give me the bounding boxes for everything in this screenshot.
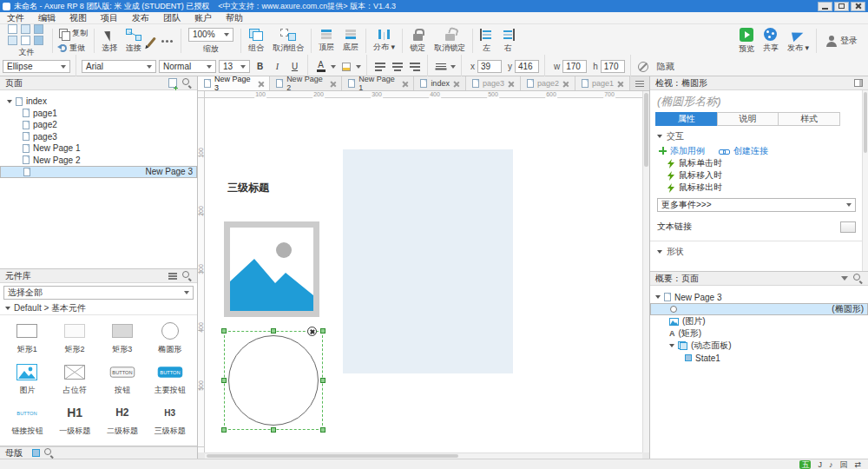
widget-button[interactable]: BUTTON 按钮 xyxy=(99,358,147,399)
outline-item-image[interactable]: (图片) xyxy=(650,315,868,327)
widget-primary-button[interactable]: BUTTON 主要按钮 xyxy=(146,358,194,399)
hide-toggle[interactable] xyxy=(636,60,651,74)
search-icon[interactable] xyxy=(853,274,863,283)
unlock-button[interactable]: 取消锁定 xyxy=(430,25,470,56)
ime-fullwidth-icon[interactable]: 回 xyxy=(839,460,847,469)
widget-cropped[interactable] xyxy=(51,439,99,446)
widget-rect1[interactable]: 矩形1 xyxy=(3,317,51,358)
italic-button[interactable]: I xyxy=(270,60,285,74)
widget-badge-icon[interactable] xyxy=(307,327,317,336)
tab-new-page-3[interactable]: New Page 3 xyxy=(198,76,270,90)
menu-edit[interactable]: 编辑 xyxy=(31,12,62,24)
tab-new-page-2[interactable]: New Page 2 xyxy=(270,76,342,90)
text-link-button[interactable] xyxy=(840,221,856,233)
menu-view[interactable]: 视图 xyxy=(62,12,94,24)
collapse-caret-icon[interactable] xyxy=(655,295,661,299)
menu-help[interactable]: 帮助 xyxy=(219,12,250,24)
selection-handle[interactable] xyxy=(320,427,326,433)
widget-rect2[interactable]: 矩形2 xyxy=(51,317,99,358)
lock-button[interactable]: 锁定 xyxy=(405,25,430,56)
widget-link-button[interactable]: BUTTON 链接按钮 xyxy=(3,399,51,439)
align-text-center-button[interactable] xyxy=(390,60,404,74)
widget-rect3[interactable]: 矩形3 xyxy=(99,317,147,358)
canvas-heading-widget[interactable]: 三级标题 xyxy=(227,181,269,195)
widget-h2[interactable]: H2 二级标题 xyxy=(99,399,147,439)
outline-item-ellipse[interactable]: (椭圆形) xyxy=(650,303,868,315)
widget-placeholder[interactable]: 占位符 xyxy=(51,358,99,399)
inspector-scrollbar[interactable] xyxy=(862,90,868,271)
panel-layout-icon[interactable] xyxy=(854,79,863,87)
preview-button[interactable]: 预览 xyxy=(734,25,759,56)
bring-to-front-button[interactable]: 顶层 xyxy=(314,25,339,56)
page-tree-item-page3[interactable]: page3 xyxy=(0,131,197,143)
minimize-button[interactable] xyxy=(818,2,832,11)
outline-item-new-page-3[interactable]: New Page 3 xyxy=(650,291,868,303)
tab-page1[interactable]: page1 xyxy=(575,76,630,90)
tab-index[interactable]: index xyxy=(414,76,466,90)
shape-style-select[interactable]: Ellipse xyxy=(3,60,70,73)
selection-handle[interactable] xyxy=(320,378,326,383)
scrollbar-thumb[interactable] xyxy=(207,454,458,458)
line-width-button[interactable] xyxy=(433,60,448,74)
ime-sound-icon[interactable]: ♪ xyxy=(829,460,833,469)
masters-panel-header[interactable]: 母版 xyxy=(0,446,197,459)
selection-handle[interactable] xyxy=(221,328,227,334)
publish-button[interactable]: 发布 ▾ xyxy=(783,25,813,56)
login-button[interactable]: 登录 xyxy=(819,35,865,47)
page-tree-item-new-page-3[interactable]: New Page 3 xyxy=(0,166,197,178)
menu-project[interactable]: 项目 xyxy=(94,12,125,24)
select-mode-button[interactable]: 选择 xyxy=(97,25,122,56)
menu-team[interactable]: 团队 xyxy=(156,12,187,24)
tab-style[interactable]: 样式 xyxy=(778,112,840,126)
page-tree-item-new-page-2[interactable]: New Page 2 xyxy=(0,155,197,167)
list-view-icon[interactable] xyxy=(168,272,177,280)
menu-publish[interactable]: 发布 xyxy=(125,12,156,24)
scrollbar-thumb[interactable] xyxy=(864,92,867,153)
selection-handle[interactable] xyxy=(320,328,326,334)
page-tree-item-index[interactable]: index xyxy=(0,96,197,108)
menu-file[interactable]: 文件 xyxy=(0,12,31,24)
tab-new-page-1[interactable]: New Page 1 xyxy=(342,76,414,90)
ime-switch-icon[interactable]: ⇄ xyxy=(854,460,861,469)
widget-h3[interactable]: H3 三级标题 xyxy=(146,399,194,439)
shape-section-header[interactable]: 形状 xyxy=(650,245,868,258)
add-master-icon[interactable] xyxy=(32,449,40,457)
canvas-dynamic-panel[interactable] xyxy=(343,149,513,373)
ungroup-button[interactable]: 取消组合 xyxy=(268,25,308,56)
redo-button[interactable]: 重做 xyxy=(56,42,91,55)
underline-button[interactable]: U xyxy=(287,60,302,74)
close-tab-icon[interactable] xyxy=(562,81,569,87)
interaction-section-header[interactable]: 交互 xyxy=(650,129,868,142)
tab-page2[interactable]: page2 xyxy=(521,76,575,90)
menu-account[interactable]: 账户 xyxy=(187,12,219,24)
widget-cropped[interactable] xyxy=(146,439,194,446)
add-case-link[interactable]: 添加用例 xyxy=(659,145,705,157)
create-link-link[interactable]: 创建连接 xyxy=(719,145,768,157)
align-right-button[interactable]: 右 xyxy=(497,25,519,56)
font-color-button[interactable]: A xyxy=(313,60,328,74)
widget-image[interactable]: 图片 xyxy=(3,358,51,399)
pen-tool-button[interactable] xyxy=(146,25,157,56)
widget-cropped[interactable] xyxy=(99,439,147,446)
tab-properties[interactable]: 属性 xyxy=(655,112,718,126)
copy-button[interactable]: 复制 xyxy=(56,27,91,40)
tab-list-button[interactable] xyxy=(630,76,649,90)
selection-handle[interactable] xyxy=(221,427,227,433)
library-section-header[interactable]: Default > 基本元件 xyxy=(0,302,197,315)
group-button[interactable]: 组合 xyxy=(244,25,268,56)
page-tree-item-page2[interactable]: page2 xyxy=(0,119,197,131)
selection-handle[interactable] xyxy=(271,328,276,334)
ime-wubi-icon[interactable]: 五 xyxy=(799,460,811,469)
h-input[interactable] xyxy=(601,60,625,73)
connect-mode-button[interactable]: 连接 xyxy=(122,25,146,56)
align-text-right-button[interactable] xyxy=(407,60,422,74)
bold-button[interactable]: B xyxy=(253,60,267,74)
close-tab-icon[interactable] xyxy=(508,81,514,87)
library-filter-select[interactable]: 选择全部 xyxy=(3,286,194,300)
widget-h1[interactable]: H1 一级标题 xyxy=(51,399,99,439)
canvas-horizontal-scrollbar[interactable] xyxy=(205,452,642,459)
page-canvas[interactable]: 三级标题 xyxy=(205,98,642,452)
outline-item-rectangle[interactable]: A (矩形) xyxy=(650,327,868,340)
event-onmouseenter[interactable]: 鼠标移入时 xyxy=(650,169,868,182)
close-tab-icon[interactable] xyxy=(330,81,336,87)
